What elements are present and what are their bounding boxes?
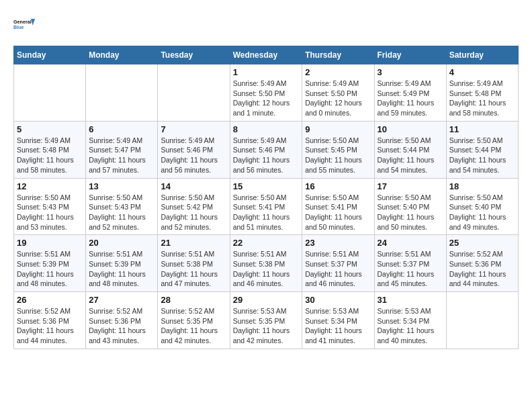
calendar-week-4: 19Sunrise: 5:51 AM Sunset: 5:39 PM Dayli… <box>14 235 519 292</box>
day-number: 8 <box>233 124 300 134</box>
calendar-cell <box>14 64 86 122</box>
calendar-cell: 25Sunrise: 5:52 AM Sunset: 5:36 PM Dayli… <box>446 235 518 292</box>
calendar-cell: 18Sunrise: 5:50 AM Sunset: 5:40 PM Dayli… <box>446 178 518 235</box>
weekday-header-row: SundayMondayTuesdayWednesdayThursdayFrid… <box>14 46 519 64</box>
day-number: 6 <box>89 124 154 134</box>
day-number: 9 <box>305 124 371 134</box>
calendar-cell: 13Sunrise: 5:50 AM Sunset: 5:43 PM Dayli… <box>86 178 158 235</box>
day-number: 19 <box>17 238 83 248</box>
calendar-cell: 9Sunrise: 5:50 AM Sunset: 5:45 PM Daylig… <box>302 121 374 178</box>
day-number: 29 <box>233 295 300 305</box>
calendar-cell: 15Sunrise: 5:50 AM Sunset: 5:41 PM Dayli… <box>230 178 302 235</box>
calendar-cell: 28Sunrise: 5:52 AM Sunset: 5:35 PM Dayli… <box>158 292 230 349</box>
weekday-header-saturday: Saturday <box>446 46 518 64</box>
calendar-cell: 1Sunrise: 5:49 AM Sunset: 5:50 PM Daylig… <box>230 64 302 122</box>
day-number: 28 <box>161 295 226 305</box>
calendar-week-2: 5Sunrise: 5:49 AM Sunset: 5:48 PM Daylig… <box>14 121 519 178</box>
logo: GeneralBlue <box>13 13 35 35</box>
day-info: Sunrise: 5:50 AM Sunset: 5:40 PM Dayligh… <box>449 193 515 232</box>
calendar-table: SundayMondayTuesdayWednesdayThursdayFrid… <box>13 46 519 349</box>
day-number: 12 <box>17 181 83 191</box>
day-info: Sunrise: 5:52 AM Sunset: 5:35 PM Dayligh… <box>161 306 226 346</box>
page-header: GeneralBlue <box>13 13 519 35</box>
calendar-cell: 29Sunrise: 5:53 AM Sunset: 5:35 PM Dayli… <box>230 292 302 349</box>
day-info: Sunrise: 5:52 AM Sunset: 5:36 PM Dayligh… <box>17 306 83 346</box>
calendar-cell: 19Sunrise: 5:51 AM Sunset: 5:39 PM Dayli… <box>14 235 86 292</box>
day-number: 21 <box>161 238 226 248</box>
calendar-week-5: 26Sunrise: 5:52 AM Sunset: 5:36 PM Dayli… <box>14 292 519 349</box>
calendar-cell: 5Sunrise: 5:49 AM Sunset: 5:48 PM Daylig… <box>14 121 86 178</box>
day-info: Sunrise: 5:50 AM Sunset: 5:41 PM Dayligh… <box>305 193 371 232</box>
weekday-header-friday: Friday <box>374 46 446 64</box>
day-number: 10 <box>378 124 443 134</box>
day-info: Sunrise: 5:50 AM Sunset: 5:45 PM Dayligh… <box>305 136 371 175</box>
day-number: 16 <box>305 181 371 191</box>
day-info: Sunrise: 5:49 AM Sunset: 5:48 PM Dayligh… <box>449 79 515 118</box>
weekday-header-thursday: Thursday <box>302 46 374 64</box>
day-number: 4 <box>449 67 515 77</box>
day-info: Sunrise: 5:50 AM Sunset: 5:41 PM Dayligh… <box>233 193 300 232</box>
calendar-cell: 7Sunrise: 5:49 AM Sunset: 5:46 PM Daylig… <box>158 121 230 178</box>
logo-icon: GeneralBlue <box>13 13 35 35</box>
calendar-cell: 3Sunrise: 5:49 AM Sunset: 5:49 PM Daylig… <box>374 64 446 122</box>
calendar-cell: 8Sunrise: 5:49 AM Sunset: 5:46 PM Daylig… <box>230 121 302 178</box>
day-number: 22 <box>233 238 300 248</box>
svg-marker-2 <box>31 19 35 26</box>
day-info: Sunrise: 5:53 AM Sunset: 5:35 PM Dayligh… <box>233 306 300 346</box>
calendar-cell: 6Sunrise: 5:49 AM Sunset: 5:47 PM Daylig… <box>86 121 158 178</box>
calendar-cell: 27Sunrise: 5:52 AM Sunset: 5:36 PM Dayli… <box>86 292 158 349</box>
day-info: Sunrise: 5:49 AM Sunset: 5:50 PM Dayligh… <box>305 79 371 118</box>
calendar-cell: 31Sunrise: 5:53 AM Sunset: 5:34 PM Dayli… <box>374 292 446 349</box>
day-info: Sunrise: 5:49 AM Sunset: 5:47 PM Dayligh… <box>89 136 154 175</box>
calendar-cell: 21Sunrise: 5:51 AM Sunset: 5:38 PM Dayli… <box>158 235 230 292</box>
day-number: 27 <box>89 295 154 305</box>
day-number: 23 <box>305 238 371 248</box>
day-number: 20 <box>89 238 154 248</box>
calendar-cell: 24Sunrise: 5:51 AM Sunset: 5:37 PM Dayli… <box>374 235 446 292</box>
weekday-header-sunday: Sunday <box>14 46 86 64</box>
calendar-cell: 10Sunrise: 5:50 AM Sunset: 5:44 PM Dayli… <box>374 121 446 178</box>
day-number: 13 <box>89 181 154 191</box>
calendar-cell <box>158 64 230 122</box>
day-info: Sunrise: 5:53 AM Sunset: 5:34 PM Dayligh… <box>378 306 443 346</box>
calendar-week-3: 12Sunrise: 5:50 AM Sunset: 5:43 PM Dayli… <box>14 178 519 235</box>
svg-text:Blue: Blue <box>13 24 24 30</box>
day-info: Sunrise: 5:50 AM Sunset: 5:43 PM Dayligh… <box>89 193 154 232</box>
day-info: Sunrise: 5:51 AM Sunset: 5:39 PM Dayligh… <box>89 249 154 289</box>
calendar-cell: 30Sunrise: 5:53 AM Sunset: 5:34 PM Dayli… <box>302 292 374 349</box>
calendar-cell: 26Sunrise: 5:52 AM Sunset: 5:36 PM Dayli… <box>14 292 86 349</box>
day-number: 7 <box>161 124 226 134</box>
calendar-cell <box>446 292 518 349</box>
calendar-cell: 23Sunrise: 5:51 AM Sunset: 5:37 PM Dayli… <box>302 235 374 292</box>
day-number: 25 <box>449 238 515 248</box>
calendar-cell: 16Sunrise: 5:50 AM Sunset: 5:41 PM Dayli… <box>302 178 374 235</box>
day-number: 26 <box>17 295 83 305</box>
day-info: Sunrise: 5:52 AM Sunset: 5:36 PM Dayligh… <box>449 249 515 289</box>
day-info: Sunrise: 5:49 AM Sunset: 5:46 PM Dayligh… <box>233 136 300 175</box>
day-number: 3 <box>378 67 443 77</box>
day-info: Sunrise: 5:50 AM Sunset: 5:40 PM Dayligh… <box>378 193 443 232</box>
day-info: Sunrise: 5:51 AM Sunset: 5:38 PM Dayligh… <box>161 249 226 289</box>
day-number: 31 <box>378 295 443 305</box>
day-number: 15 <box>233 181 300 191</box>
day-info: Sunrise: 5:50 AM Sunset: 5:44 PM Dayligh… <box>449 136 515 175</box>
day-info: Sunrise: 5:51 AM Sunset: 5:37 PM Dayligh… <box>378 249 443 289</box>
day-number: 17 <box>378 181 443 191</box>
day-number: 14 <box>161 181 226 191</box>
day-number: 11 <box>449 124 515 134</box>
day-info: Sunrise: 5:49 AM Sunset: 5:46 PM Dayligh… <box>161 136 226 175</box>
day-info: Sunrise: 5:49 AM Sunset: 5:48 PM Dayligh… <box>17 136 83 175</box>
day-number: 30 <box>305 295 371 305</box>
day-info: Sunrise: 5:49 AM Sunset: 5:49 PM Dayligh… <box>378 79 443 118</box>
calendar-cell <box>86 64 158 122</box>
day-info: Sunrise: 5:50 AM Sunset: 5:44 PM Dayligh… <box>378 136 443 175</box>
calendar-week-1: 1Sunrise: 5:49 AM Sunset: 5:50 PM Daylig… <box>14 64 519 122</box>
day-info: Sunrise: 5:53 AM Sunset: 5:34 PM Dayligh… <box>305 306 371 346</box>
day-number: 1 <box>233 67 300 77</box>
day-info: Sunrise: 5:50 AM Sunset: 5:42 PM Dayligh… <box>161 193 226 232</box>
calendar-cell: 14Sunrise: 5:50 AM Sunset: 5:42 PM Dayli… <box>158 178 230 235</box>
calendar-cell: 4Sunrise: 5:49 AM Sunset: 5:48 PM Daylig… <box>446 64 518 122</box>
weekday-header-tuesday: Tuesday <box>158 46 230 64</box>
day-info: Sunrise: 5:52 AM Sunset: 5:36 PM Dayligh… <box>89 306 154 346</box>
calendar-cell: 11Sunrise: 5:50 AM Sunset: 5:44 PM Dayli… <box>446 121 518 178</box>
